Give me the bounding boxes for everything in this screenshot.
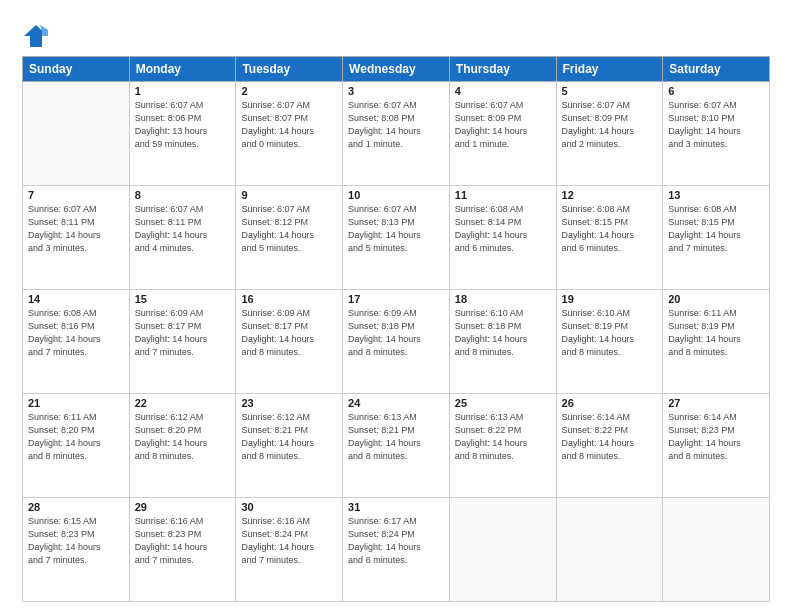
calendar-cell: 26Sunrise: 6:14 AM Sunset: 8:22 PM Dayli…	[556, 394, 663, 498]
calendar-cell: 31Sunrise: 6:17 AM Sunset: 8:24 PM Dayli…	[343, 498, 450, 602]
day-number: 1	[135, 85, 231, 97]
day-detail: Sunrise: 6:15 AM Sunset: 8:23 PM Dayligh…	[28, 515, 124, 567]
calendar-cell: 14Sunrise: 6:08 AM Sunset: 8:16 PM Dayli…	[23, 290, 130, 394]
day-number: 7	[28, 189, 124, 201]
calendar-cell: 29Sunrise: 6:16 AM Sunset: 8:23 PM Dayli…	[129, 498, 236, 602]
day-number: 22	[135, 397, 231, 409]
logo-icon	[22, 22, 50, 50]
day-detail: Sunrise: 6:07 AM Sunset: 8:08 PM Dayligh…	[348, 99, 444, 151]
calendar-cell: 27Sunrise: 6:14 AM Sunset: 8:23 PM Dayli…	[663, 394, 770, 498]
day-detail: Sunrise: 6:09 AM Sunset: 8:17 PM Dayligh…	[241, 307, 337, 359]
calendar-cell: 17Sunrise: 6:09 AM Sunset: 8:18 PM Dayli…	[343, 290, 450, 394]
day-detail: Sunrise: 6:09 AM Sunset: 8:17 PM Dayligh…	[135, 307, 231, 359]
weekday-header-thursday: Thursday	[449, 57, 556, 82]
day-detail: Sunrise: 6:10 AM Sunset: 8:19 PM Dayligh…	[562, 307, 658, 359]
calendar-cell: 23Sunrise: 6:12 AM Sunset: 8:21 PM Dayli…	[236, 394, 343, 498]
day-number: 13	[668, 189, 764, 201]
calendar-cell: 10Sunrise: 6:07 AM Sunset: 8:13 PM Dayli…	[343, 186, 450, 290]
day-number: 21	[28, 397, 124, 409]
day-number: 14	[28, 293, 124, 305]
day-detail: Sunrise: 6:08 AM Sunset: 8:14 PM Dayligh…	[455, 203, 551, 255]
day-detail: Sunrise: 6:07 AM Sunset: 8:07 PM Dayligh…	[241, 99, 337, 151]
calendar-cell: 25Sunrise: 6:13 AM Sunset: 8:22 PM Dayli…	[449, 394, 556, 498]
day-detail: Sunrise: 6:13 AM Sunset: 8:21 PM Dayligh…	[348, 411, 444, 463]
day-number: 30	[241, 501, 337, 513]
day-detail: Sunrise: 6:09 AM Sunset: 8:18 PM Dayligh…	[348, 307, 444, 359]
calendar-cell: 6Sunrise: 6:07 AM Sunset: 8:10 PM Daylig…	[663, 82, 770, 186]
calendar-cell: 11Sunrise: 6:08 AM Sunset: 8:14 PM Dayli…	[449, 186, 556, 290]
day-detail: Sunrise: 6:07 AM Sunset: 8:12 PM Dayligh…	[241, 203, 337, 255]
weekday-header-monday: Monday	[129, 57, 236, 82]
calendar-week-row: 21Sunrise: 6:11 AM Sunset: 8:20 PM Dayli…	[23, 394, 770, 498]
calendar-cell: 1Sunrise: 6:07 AM Sunset: 8:06 PM Daylig…	[129, 82, 236, 186]
weekday-header-tuesday: Tuesday	[236, 57, 343, 82]
calendar-cell: 2Sunrise: 6:07 AM Sunset: 8:07 PM Daylig…	[236, 82, 343, 186]
day-detail: Sunrise: 6:16 AM Sunset: 8:23 PM Dayligh…	[135, 515, 231, 567]
calendar-cell: 13Sunrise: 6:08 AM Sunset: 8:15 PM Dayli…	[663, 186, 770, 290]
day-number: 24	[348, 397, 444, 409]
day-number: 18	[455, 293, 551, 305]
day-number: 15	[135, 293, 231, 305]
day-detail: Sunrise: 6:10 AM Sunset: 8:18 PM Dayligh…	[455, 307, 551, 359]
day-number: 19	[562, 293, 658, 305]
day-number: 11	[455, 189, 551, 201]
calendar-cell: 7Sunrise: 6:07 AM Sunset: 8:11 PM Daylig…	[23, 186, 130, 290]
day-number: 12	[562, 189, 658, 201]
weekday-header-friday: Friday	[556, 57, 663, 82]
calendar: SundayMondayTuesdayWednesdayThursdayFrid…	[22, 56, 770, 602]
calendar-cell: 22Sunrise: 6:12 AM Sunset: 8:20 PM Dayli…	[129, 394, 236, 498]
calendar-cell	[663, 498, 770, 602]
calendar-cell: 3Sunrise: 6:07 AM Sunset: 8:08 PM Daylig…	[343, 82, 450, 186]
day-number: 9	[241, 189, 337, 201]
day-detail: Sunrise: 6:07 AM Sunset: 8:06 PM Dayligh…	[135, 99, 231, 151]
day-number: 4	[455, 85, 551, 97]
calendar-cell: 24Sunrise: 6:13 AM Sunset: 8:21 PM Dayli…	[343, 394, 450, 498]
day-number: 10	[348, 189, 444, 201]
day-detail: Sunrise: 6:07 AM Sunset: 8:09 PM Dayligh…	[562, 99, 658, 151]
day-detail: Sunrise: 6:12 AM Sunset: 8:21 PM Dayligh…	[241, 411, 337, 463]
day-number: 31	[348, 501, 444, 513]
header	[22, 18, 770, 50]
day-number: 26	[562, 397, 658, 409]
day-number: 8	[135, 189, 231, 201]
calendar-cell	[449, 498, 556, 602]
day-detail: Sunrise: 6:08 AM Sunset: 8:15 PM Dayligh…	[562, 203, 658, 255]
day-number: 25	[455, 397, 551, 409]
day-detail: Sunrise: 6:08 AM Sunset: 8:16 PM Dayligh…	[28, 307, 124, 359]
calendar-cell: 16Sunrise: 6:09 AM Sunset: 8:17 PM Dayli…	[236, 290, 343, 394]
day-detail: Sunrise: 6:16 AM Sunset: 8:24 PM Dayligh…	[241, 515, 337, 567]
day-detail: Sunrise: 6:11 AM Sunset: 8:19 PM Dayligh…	[668, 307, 764, 359]
weekday-header-saturday: Saturday	[663, 57, 770, 82]
day-number: 3	[348, 85, 444, 97]
weekday-header-wednesday: Wednesday	[343, 57, 450, 82]
calendar-cell: 18Sunrise: 6:10 AM Sunset: 8:18 PM Dayli…	[449, 290, 556, 394]
day-number: 20	[668, 293, 764, 305]
calendar-week-row: 28Sunrise: 6:15 AM Sunset: 8:23 PM Dayli…	[23, 498, 770, 602]
calendar-week-row: 14Sunrise: 6:08 AM Sunset: 8:16 PM Dayli…	[23, 290, 770, 394]
calendar-cell: 4Sunrise: 6:07 AM Sunset: 8:09 PM Daylig…	[449, 82, 556, 186]
day-number: 6	[668, 85, 764, 97]
calendar-cell: 21Sunrise: 6:11 AM Sunset: 8:20 PM Dayli…	[23, 394, 130, 498]
calendar-cell: 9Sunrise: 6:07 AM Sunset: 8:12 PM Daylig…	[236, 186, 343, 290]
calendar-cell: 8Sunrise: 6:07 AM Sunset: 8:11 PM Daylig…	[129, 186, 236, 290]
day-number: 2	[241, 85, 337, 97]
day-number: 17	[348, 293, 444, 305]
day-number: 23	[241, 397, 337, 409]
logo	[22, 22, 54, 50]
day-detail: Sunrise: 6:07 AM Sunset: 8:13 PM Dayligh…	[348, 203, 444, 255]
calendar-cell: 30Sunrise: 6:16 AM Sunset: 8:24 PM Dayli…	[236, 498, 343, 602]
calendar-cell: 19Sunrise: 6:10 AM Sunset: 8:19 PM Dayli…	[556, 290, 663, 394]
weekday-header-sunday: Sunday	[23, 57, 130, 82]
calendar-cell: 20Sunrise: 6:11 AM Sunset: 8:19 PM Dayli…	[663, 290, 770, 394]
day-detail: Sunrise: 6:08 AM Sunset: 8:15 PM Dayligh…	[668, 203, 764, 255]
day-detail: Sunrise: 6:14 AM Sunset: 8:23 PM Dayligh…	[668, 411, 764, 463]
calendar-cell: 28Sunrise: 6:15 AM Sunset: 8:23 PM Dayli…	[23, 498, 130, 602]
calendar-week-row: 1Sunrise: 6:07 AM Sunset: 8:06 PM Daylig…	[23, 82, 770, 186]
day-detail: Sunrise: 6:14 AM Sunset: 8:22 PM Dayligh…	[562, 411, 658, 463]
weekday-header-row: SundayMondayTuesdayWednesdayThursdayFrid…	[23, 57, 770, 82]
day-detail: Sunrise: 6:07 AM Sunset: 8:10 PM Dayligh…	[668, 99, 764, 151]
day-number: 16	[241, 293, 337, 305]
day-detail: Sunrise: 6:17 AM Sunset: 8:24 PM Dayligh…	[348, 515, 444, 567]
day-number: 28	[28, 501, 124, 513]
day-detail: Sunrise: 6:07 AM Sunset: 8:11 PM Dayligh…	[135, 203, 231, 255]
